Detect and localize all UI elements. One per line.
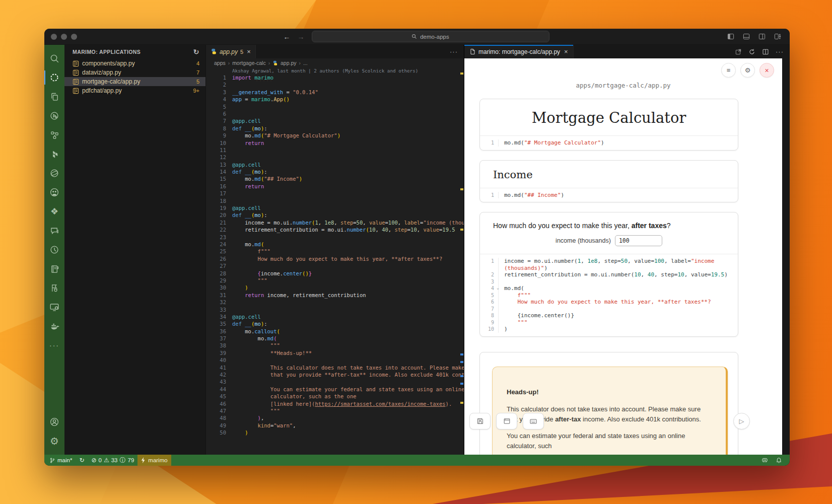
sync-status[interactable]: ↻ (76, 455, 88, 466)
run-cell-button[interactable]: ▷ (733, 413, 750, 429)
tab-close-icon[interactable]: × (564, 48, 568, 55)
code-line: 44 You can estimate your federal and sta… (206, 386, 464, 393)
open-external-icon[interactable] (735, 48, 742, 55)
account-icon[interactable] (44, 412, 64, 431)
problems-status[interactable]: ⊘ 0 ⚠ 33 ⓘ 79 (88, 455, 137, 466)
minimize-window-button[interactable] (61, 34, 67, 40)
code-line: 42 that you provide **after-tax** income… (206, 371, 464, 378)
code-line: 40 (206, 356, 464, 364)
sidebar-file-list: components/app.py 4 dataviz/app.py 7 mor… (64, 59, 205, 95)
command-center-search[interactable]: demo-apps (312, 31, 549, 42)
breadcrumb-folder[interactable]: mortgage-calc (232, 60, 266, 66)
split-editor-icon[interactable] (762, 48, 769, 55)
globe-icon[interactable] (44, 164, 64, 183)
diamonds-icon[interactable]: ❖ (44, 202, 64, 221)
toggle-sidebar-icon[interactable] (727, 33, 735, 40)
breadcrumb-file[interactable]: app.py (281, 60, 297, 66)
preview-code-line: 5 f""" (480, 292, 738, 299)
customize-layout-icon[interactable] (774, 33, 782, 40)
menu-hamburger-icon[interactable]: ≡ (721, 63, 736, 78)
overview-ruler (460, 67, 464, 455)
browser-window-icon (503, 417, 511, 425)
keyboard-shortcuts-button[interactable] (523, 413, 544, 429)
close-icon[interactable]: × (759, 63, 774, 78)
code-line: 20def __(mo): (206, 211, 464, 219)
code-line: 11 (206, 147, 464, 154)
copilot-status[interactable] (756, 455, 772, 466)
marimo-status-badge[interactable]: marimo (137, 455, 171, 466)
github-icon[interactable] (44, 183, 64, 202)
code-line: 21 income = mo.ui.number(1, 1e8, step=50… (206, 219, 464, 226)
code-line: 31 return income, retirement_contributio… (206, 292, 464, 299)
timeline-icon[interactable] (44, 240, 64, 259)
tab-close-icon[interactable]: × (247, 48, 251, 55)
notebook-icon[interactable] (44, 259, 64, 278)
code-line: 26 How much do you expect to make this y… (206, 255, 464, 262)
cell-card-callout: Heads-up! This calculator does not take … (479, 352, 738, 455)
ruler-mark (460, 383, 463, 385)
editor-more-actions-icon[interactable]: ··· (444, 45, 464, 58)
bell-icon (776, 457, 782, 464)
ruler-mark (460, 361, 463, 363)
code-line: 27 (206, 262, 464, 269)
settings-gear-icon[interactable]: ⚙ (740, 63, 755, 78)
docker-icon[interactable] (44, 317, 64, 336)
python-icon (272, 60, 278, 66)
code-line: 8def __(mo): (206, 125, 464, 132)
marimo-view-icon[interactable] (44, 68, 64, 87)
files-copy-icon[interactable] (44, 87, 64, 106)
income-input-label: income (thousands) (556, 237, 611, 244)
code-line: 36 mo.callout( (206, 328, 464, 335)
tab-app-py[interactable]: app.py 5 × (206, 45, 256, 58)
nav-forward-icon[interactable]: → (298, 33, 305, 40)
terraform-icon[interactable] (44, 145, 64, 164)
chat-icon[interactable] (44, 221, 64, 240)
ruler-mark (460, 188, 463, 190)
branch-icon (49, 457, 55, 464)
ruler-mark (460, 353, 463, 355)
sidebar-item[interactable]: components/app.py 4 (64, 59, 205, 68)
more-views-icon[interactable]: ··· (44, 336, 64, 355)
sidebar-item[interactable]: mortgage-calc/app.py 5 (64, 77, 205, 86)
close-window-button[interactable] (51, 34, 57, 40)
code-line: 48 ), (206, 414, 464, 421)
test-flag-icon[interactable] (44, 278, 64, 298)
tab-marimo-preview[interactable]: marimo: mortgage-calc/app.py × (464, 45, 574, 58)
income-heading: Income (480, 161, 738, 188)
code-line: 1import marimo (206, 74, 464, 81)
preview-code-line: 3 (480, 278, 738, 285)
nav-back-icon[interactable]: ← (284, 33, 291, 40)
code-line: 9 mo.md("# Mortgage Calculator") (206, 132, 464, 139)
code-line: 47 """ (206, 407, 464, 414)
git-branch-status[interactable]: main* (44, 455, 76, 466)
save-button[interactable] (469, 413, 491, 429)
breadcrumb-symbol[interactable]: ... (303, 60, 308, 66)
preview-code-line: 7 (480, 306, 738, 313)
code-editor[interactable]: Akshay Agrawal, last month | 2 authors (… (206, 67, 464, 455)
code-line: 45 calculator, such as the one (206, 393, 464, 400)
zoom-window-button[interactable] (71, 34, 77, 40)
play-circle-icon[interactable] (44, 106, 64, 125)
refresh-icon[interactable]: ↻ (193, 48, 199, 56)
income-input[interactable] (615, 235, 662, 246)
cell-card-question: How much do you expect to make this year… (479, 212, 738, 337)
reload-icon[interactable] (748, 48, 755, 55)
search-view-icon[interactable] (44, 49, 64, 68)
status-bar: main* ↻ ⊘ 0 ⚠ 33 ⓘ 79 marimo (44, 455, 790, 466)
preview-more-actions-icon[interactable]: ··· (776, 48, 784, 55)
keyboard-icon (529, 417, 537, 425)
title-bar: ← → demo-apps (44, 29, 790, 45)
sidebar-item[interactable]: dataviz/app.py 7 (64, 68, 205, 77)
notifications-bell[interactable] (772, 455, 786, 466)
graph-nodes-icon[interactable] (44, 125, 64, 145)
toggle-panel-icon[interactable] (742, 33, 750, 40)
sidebar-item[interactable]: pdfchat/app.py 9+ (64, 86, 205, 95)
remote-screen-icon[interactable] (44, 298, 64, 317)
code-line: 3__generated_with = "0.0.14" (206, 89, 464, 96)
settings-gear-icon[interactable]: ⚙ (44, 431, 64, 451)
cell-card-title: Mortgage Calculator 1mo.md("# Mortgage C… (479, 99, 738, 151)
toggle-secondary-sidebar-icon[interactable] (758, 33, 766, 40)
open-browser-button[interactable] (496, 413, 517, 429)
breadcrumb-apps[interactable]: apps (214, 60, 226, 66)
marimo-notebook-icon (73, 79, 79, 85)
